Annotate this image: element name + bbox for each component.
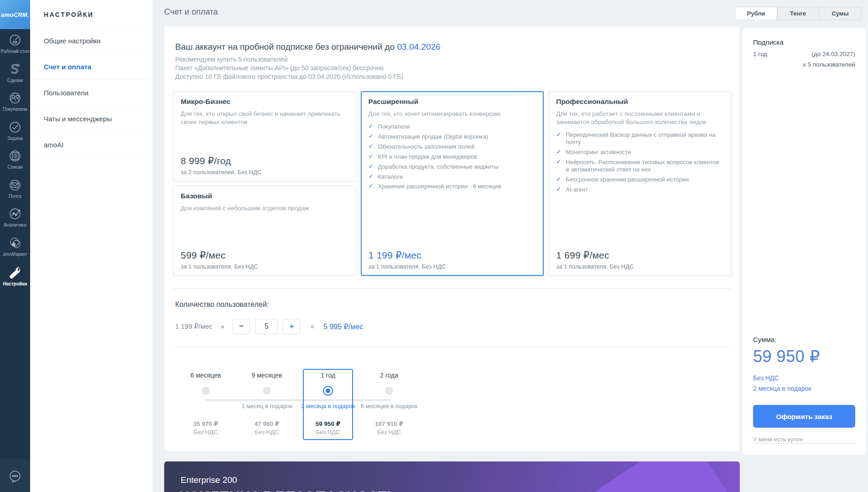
decrease-users-button[interactable]: −	[233, 319, 250, 334]
menu-item-amoai[interactable]: amoAI	[30, 132, 152, 158]
plan-card-base[interactable]: Базовый Для компаний с небольшим отделом…	[173, 186, 356, 276]
amocrm-logo[interactable]: amoCRM.	[0, 0, 30, 29]
trial-headline: Ваш аккаунт на пробной подписке без огра…	[175, 42, 732, 52]
equals-sign: =	[310, 323, 314, 331]
trial-end-date[interactable]: 03.04.2026	[397, 42, 441, 52]
deals-icon: S	[8, 62, 22, 76]
sidebar-item-label: Рабочий стол	[1, 49, 30, 55]
sidebar-item-amomarket[interactable]: amoМаркет	[0, 232, 30, 261]
sidebar-item-lists[interactable]: Списки	[0, 145, 30, 174]
monthly-total: 5 995 ₽/мес	[323, 322, 363, 331]
plan-feature: Периодический Backup данных с отправкой …	[556, 130, 724, 147]
plan-price-block: 599 ₽/мес за 1 пользователя. Без НДС	[181, 250, 348, 270]
period-vat: Без НДС	[194, 429, 218, 435]
plan-price-note: за 1 пользователя. Без НДС	[181, 263, 348, 270]
tasks-icon	[8, 120, 22, 134]
sidebar-item-label: Списки	[7, 165, 22, 171]
plan-feature: Хранение расширенной истории - 6 месяцев	[369, 181, 536, 192]
slider-dot-selected[interactable]	[323, 386, 333, 396]
sidebar-item-label: Сделки	[7, 78, 23, 84]
plan-features: Периодический Backup данных с отправкой …	[556, 130, 724, 194]
plan-feature: Каталоги	[369, 172, 536, 182]
currency-tab-kzt[interactable]: Тенге	[777, 7, 819, 20]
currency-tab-rub[interactable]: Рубли	[735, 7, 777, 20]
plan-feature: Автоматизация продаж (Digital воронка)	[369, 132, 536, 142]
plan-price-note: за 1 пользователя. Без НДС	[369, 263, 536, 270]
period-option-6m[interactable]: 6 месяцев 35 970 ₽ Без НДС	[175, 369, 236, 440]
trial-line: Доступно 10 ГБ файлового пространства до…	[175, 73, 732, 80]
plan-features: Покупатели Автоматизация продаж (Digital…	[369, 122, 536, 192]
banner-window-decoration	[572, 461, 740, 492]
plan-column-left: Микро-Бизнес Для тех, кто открыл свой би…	[173, 91, 356, 276]
analytics-icon	[8, 207, 22, 221]
sum-gift: 2 месяца в подарок	[753, 385, 855, 392]
multiply-sign: ×	[221, 323, 225, 331]
order-button[interactable]: Оформить заказ	[753, 405, 855, 428]
currency-tabs: Рубли Тенге Сумы	[735, 7, 862, 20]
plan-card-professional[interactable]: Профессиональный Для тех, кто работает с…	[548, 91, 732, 276]
period-option-2y[interactable]: 2 года 6 месяцев в подарок 107 910 ₽ Без…	[359, 369, 420, 440]
quantity-title: Количество пользователей:	[175, 300, 732, 309]
plan-price-note: за 2 пользователей. Без НДС	[181, 169, 348, 176]
sidebar-item-label: Почта	[9, 194, 21, 200]
slider-dot-wrap	[323, 382, 333, 400]
period-vat: Без НДС	[377, 429, 401, 435]
slider-dot-wrap	[385, 382, 393, 400]
subscription-users: х 5 пользователей	[753, 61, 855, 68]
sidebar-item-analytics[interactable]: Аналитика	[0, 203, 30, 232]
menu-item-general[interactable]: Общие настройки	[30, 28, 152, 54]
plan-title: Расширенный	[369, 98, 536, 106]
plan-card-micro[interactable]: Микро-Бизнес Для тех, кто открыл свой би…	[173, 91, 356, 181]
plan-price: 1 699 ₽/мес	[556, 250, 724, 261]
main-area: Счет и оплата Рубли Тенге Сумы Ваш аккау…	[152, 0, 868, 492]
slider-dot[interactable]	[385, 387, 393, 395]
period-option-9m[interactable]: 9 месяцев 1 месяц в подарок 47 960 ₽ Без…	[236, 369, 297, 440]
plan-feature: Обязательность заполнения полей	[369, 142, 536, 152]
currency-tab-uzs[interactable]: Сумы	[819, 7, 861, 20]
plan-price-note: за 1 пользователя. Без НДС	[556, 263, 724, 270]
menu-item-chats[interactable]: Чаты и мессенджеры	[30, 106, 152, 132]
plan-price-block: 8 999 ₽/год за 2 пользователей. Без НДС	[181, 155, 348, 176]
sidebar-item-label: Настройки	[3, 281, 27, 287]
increase-users-button[interactable]: +	[283, 319, 300, 334]
slider-dot[interactable]	[202, 387, 210, 395]
trial-line: Пакет «Дополнительные лимиты API» (до 50…	[175, 64, 732, 72]
slider-dot-wrap	[202, 382, 210, 400]
period-duration: 2 года	[380, 372, 398, 382]
billing-card: Ваш аккаунт на пробной подписке без огра…	[164, 26, 740, 451]
sum-block: Сумма: 59 950 ₽ Без НДС 2 месяца в подар…	[753, 336, 855, 444]
sidebar-item-settings[interactable]: Настройки	[0, 261, 30, 291]
period-vat: Без НДС	[255, 429, 279, 435]
sidebar-item-desktop[interactable]: Рабочий стол	[0, 29, 30, 58]
menu-item-billing[interactable]: Счет и оплата	[30, 54, 152, 80]
menu-item-users[interactable]: Пользователи	[30, 80, 152, 106]
support-chat-icon[interactable]	[8, 469, 22, 486]
plan-card-advanced[interactable]: Расширенный Для тех, кто хочет оптимизир…	[361, 91, 544, 276]
trial-line: Рекомендуем купить 5 пользователей	[175, 56, 732, 63]
coupon-link[interactable]: У меня есть купон	[753, 436, 855, 444]
trial-headline-text: Ваш аккаунт на пробной подписке без огра…	[175, 42, 397, 52]
settings-menu: НАСТРОЙКИ Общие настройки Счет и оплата …	[30, 0, 152, 492]
sum-label: Сумма:	[753, 336, 855, 343]
slider-dot[interactable]	[263, 387, 271, 395]
sidebar-item-customers[interactable]: Покупатели	[0, 87, 30, 116]
sidebar-item-label: Задачи	[7, 136, 23, 142]
sidebar-item-deals[interactable]: S Сделки	[0, 58, 30, 88]
period-option-1y[interactable]: 1 год 2 месяца в подарок 59 950 ₽ Без НД…	[297, 369, 359, 440]
plan-price: 599 ₽/мес	[181, 250, 348, 261]
enterprise-banner[interactable]: Enterprise 200 УСИЛЕННАЯ БЕЗОПАСНОСТЬ	[164, 461, 740, 492]
plan-price: 1 199 ₽/мес	[369, 250, 536, 261]
sum-total: 59 950 ₽	[753, 347, 855, 366]
subscription-until: (до 24.03.2027)	[811, 51, 855, 57]
sidebar-item-mail[interactable]: Почта	[0, 174, 30, 203]
lists-icon	[8, 149, 22, 163]
icon-sidebar: amoCRM. Рабочий стол S Сделки Покупатели	[0, 0, 30, 492]
market-icon	[8, 236, 22, 250]
plan-feature: Доработка продукта, собственные виджеты	[369, 162, 536, 172]
period-duration: 9 месяцев	[252, 372, 282, 382]
plan-description: Для тех, кто хочет оптимизировать конвер…	[369, 110, 536, 118]
users-count-input[interactable]	[255, 319, 278, 334]
sidebar-item-tasks[interactable]: Задачи	[0, 116, 30, 145]
plan-price-block: 1 199 ₽/мес за 1 пользователя. Без НДС	[369, 250, 536, 270]
plan-title: Базовый	[181, 192, 348, 200]
